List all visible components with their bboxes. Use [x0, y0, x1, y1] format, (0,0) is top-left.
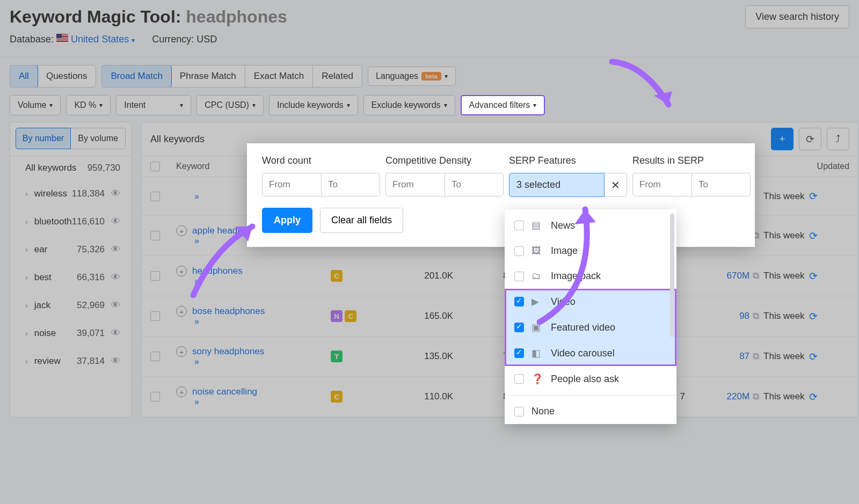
all-keywords-label[interactable]: All keywords	[25, 163, 76, 173]
keyword-link[interactable]: +noise cancelling	[176, 386, 326, 397]
advanced-filters-button[interactable]: Advanced filters ▾	[461, 95, 545, 115]
intent-filter[interactable]: Intent ▾	[116, 95, 191, 115]
row-checkbox[interactable]	[150, 311, 160, 321]
add-to-list-button[interactable]: +	[771, 128, 794, 150]
page-title: Keyword Magic Tool: headphones	[10, 7, 287, 27]
option-video[interactable]: ▶Video	[505, 289, 676, 315]
results-from[interactable]	[632, 173, 691, 196]
row-checkbox[interactable]	[150, 192, 160, 201]
option-image-pack[interactable]: 🗂Image pack	[505, 264, 676, 289]
table-row: +noise cancelling»C110.0K890.441.007220M…	[142, 377, 858, 417]
exclude-keywords-filter[interactable]: Exclude keywords ▾	[363, 95, 455, 115]
export-button[interactable]: ⤴	[827, 128, 849, 150]
all-keywords-heading: All keywords	[150, 134, 205, 145]
refresh-icon[interactable]: ⟳	[809, 270, 818, 282]
refresh-button[interactable]: ⟳	[799, 128, 821, 150]
eye-icon[interactable]: 👁	[111, 272, 120, 283]
results-cell[interactable]: 87⧉	[689, 351, 759, 362]
expand-icon[interactable]: »	[194, 317, 326, 326]
apply-button[interactable]: Apply	[262, 208, 312, 233]
news-icon: ▤	[532, 220, 543, 231]
database-selector[interactable]: Database: United States ▾	[10, 34, 135, 45]
comp-density-from[interactable]	[385, 173, 445, 196]
eye-icon[interactable]: 👁	[111, 356, 120, 367]
word-count-from[interactable]	[262, 173, 321, 196]
eye-icon[interactable]: 👁	[111, 216, 120, 227]
intent-badge: T	[331, 350, 343, 362]
row-checkbox[interactable]	[150, 392, 160, 401]
view-history-button[interactable]: View search history	[745, 5, 849, 28]
eye-icon[interactable]: 👁	[111, 300, 120, 311]
sidebar-item[interactable]: ›bluetooth116,610👁	[10, 208, 131, 236]
sidebar-item[interactable]: ›wireless118,384👁	[10, 180, 131, 208]
tab-exact-match[interactable]: Exact Match	[245, 65, 314, 87]
row-checkbox[interactable]	[150, 352, 160, 361]
option-people-also-ask[interactable]: ❓People also ask	[505, 366, 676, 392]
chevron-down-icon: ▾	[180, 101, 183, 109]
languages-dropdown[interactable]: Languages beta ▾	[368, 67, 456, 86]
option-image[interactable]: 🖼Image	[505, 238, 676, 264]
chevron-right-icon: ›	[25, 329, 28, 338]
option-news[interactable]: ▤News	[505, 213, 676, 238]
sidebar-item[interactable]: ›review37,814👁	[10, 347, 131, 375]
expand-icon[interactable]: »	[194, 357, 326, 367]
add-icon[interactable]: +	[176, 266, 187, 276]
include-keywords-filter[interactable]: Include keywords ▾	[269, 95, 358, 115]
results-to[interactable]	[691, 173, 751, 196]
sidebar-item[interactable]: ›ear75,326👁	[10, 236, 131, 264]
word-count-to[interactable]	[321, 173, 380, 196]
option-featured-video[interactable]: ▣Featured video	[505, 315, 676, 340]
scrollbar[interactable]	[670, 214, 674, 337]
add-icon[interactable]: +	[176, 386, 187, 397]
sidebar-item[interactable]: ›jack52,969👁	[10, 291, 131, 319]
currency-label: Currency: USD	[152, 34, 217, 45]
kd-filter[interactable]: KD % ▾	[66, 95, 111, 115]
clear-all-button[interactable]: Clear all fields	[320, 208, 403, 233]
eye-icon[interactable]: 👁	[111, 244, 120, 255]
chevron-right-icon: ›	[25, 245, 28, 254]
tab-phrase-match[interactable]: Phrase Match	[171, 65, 245, 87]
sort-by-volume[interactable]: By volume	[71, 128, 126, 149]
sort-by-number[interactable]: By number	[16, 128, 71, 149]
tab-broad-match[interactable]: Broad Match	[101, 65, 171, 87]
add-icon[interactable]: +	[176, 225, 187, 236]
chevron-down-icon: ▾	[49, 101, 53, 109]
refresh-icon[interactable]: ⟳	[809, 230, 818, 242]
option-video-carousel[interactable]: ◧Video carousel	[505, 340, 676, 366]
sidebar-item[interactable]: ›noise39,071👁	[10, 319, 131, 347]
eye-icon[interactable]: 👁	[111, 328, 120, 339]
tab-questions[interactable]: Questions	[38, 65, 96, 87]
expand-icon[interactable]: »	[194, 276, 326, 286]
tab-related[interactable]: Related	[313, 65, 362, 87]
expand-icon[interactable]: »	[194, 397, 326, 407]
refresh-icon[interactable]: ⟳	[809, 310, 818, 323]
volume-filter[interactable]: Volume ▾	[10, 95, 61, 115]
serp-icon: ⧉	[753, 391, 759, 401]
sidebar-item[interactable]: ›best66,316👁	[10, 264, 131, 291]
row-checkbox[interactable]	[150, 271, 160, 281]
select-all-checkbox[interactable]	[150, 162, 160, 171]
add-icon[interactable]: +	[176, 346, 187, 357]
cpc-filter[interactable]: CPC (USD) ▾	[196, 95, 264, 115]
refresh-icon[interactable]: ⟳	[809, 190, 818, 202]
results-cell[interactable]: 220M⧉	[689, 391, 759, 402]
clear-serp-features-button[interactable]: ✕	[605, 173, 627, 197]
results-cell[interactable]: 98⧉	[689, 311, 759, 322]
beta-badge: beta	[421, 72, 441, 81]
add-icon[interactable]: +	[176, 306, 187, 317]
refresh-icon[interactable]: ⟳	[809, 350, 818, 363]
chevron-right-icon: ›	[25, 273, 28, 282]
tab-all[interactable]: All	[10, 65, 38, 87]
eye-icon[interactable]: 👁	[111, 188, 120, 199]
row-checkbox[interactable]	[150, 231, 160, 240]
results-in-serp-label: Results in SERP	[632, 155, 751, 166]
keyword-link[interactable]: +sony headphones	[176, 346, 326, 357]
serp-features-select[interactable]: 3 selected	[509, 173, 605, 197]
results-cell[interactable]: 670M⧉	[689, 271, 759, 281]
keyword-link[interactable]: +bose headphones	[176, 306, 326, 317]
keyword-link[interactable]: +headphones	[176, 266, 326, 276]
option-none[interactable]: None	[505, 399, 676, 424]
refresh-icon[interactable]: ⟳	[809, 391, 818, 403]
comp-density-to[interactable]	[445, 173, 504, 196]
col-updated[interactable]: Updated	[763, 162, 849, 171]
